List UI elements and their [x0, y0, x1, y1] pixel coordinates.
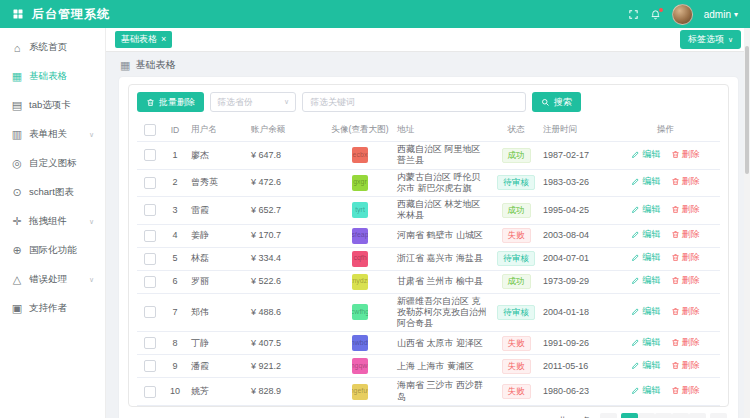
- delete-button[interactable]: 删除: [671, 252, 700, 263]
- pencil-icon: [631, 307, 640, 316]
- sidebar-item-donate[interactable]: ▣ 支持作者: [0, 294, 105, 323]
- avatar-thumbnail[interactable]: tyrt: [352, 202, 368, 218]
- app-window: 后台管理系统 admin ▾ ⌂ 系统首页 ▦ 基础表格 ▤ tab选项卡: [0, 0, 750, 418]
- sidebar-item-home[interactable]: ⌂ 系统首页: [0, 33, 105, 62]
- row-checkbox[interactable]: [144, 204, 156, 216]
- page-button-4[interactable]: 4: [672, 413, 689, 418]
- edit-button[interactable]: 编辑: [631, 306, 660, 317]
- avatar-thumbnail[interactable]: xnydzn: [352, 274, 368, 290]
- edit-button[interactable]: 编辑: [631, 149, 660, 160]
- edit-button[interactable]: 编辑: [631, 204, 660, 215]
- select-all-checkbox[interactable]: [144, 124, 156, 136]
- edit-button[interactable]: 编辑: [631, 229, 660, 240]
- row-checkbox[interactable]: [144, 149, 156, 161]
- cell-register-date: 1980-06-23: [539, 378, 611, 406]
- sidebar-item-custom-icon[interactable]: ◎ 自定义图标: [0, 149, 105, 178]
- province-select[interactable]: 筛选省份 ∨: [210, 92, 296, 112]
- cell-balance: ¥ 488.6: [247, 293, 327, 332]
- edit-button[interactable]: 编辑: [631, 385, 660, 396]
- fullscreen-icon[interactable]: [628, 9, 639, 20]
- keyword-input[interactable]: [302, 92, 526, 112]
- row-checkbox[interactable]: [144, 177, 156, 189]
- avatar-thumbnail[interactable]: fnwbdv: [352, 335, 368, 351]
- delete-button[interactable]: 删除: [671, 204, 700, 215]
- edit-button[interactable]: 编辑: [631, 176, 660, 187]
- avatar-thumbnail[interactable]: gxgr: [352, 175, 368, 191]
- cell-register-date: 2011-05-16: [539, 355, 611, 378]
- sidebar-item-error[interactable]: △ 错误处理 ∨: [0, 265, 105, 294]
- row-checkbox[interactable]: [144, 337, 156, 349]
- cell-actions: 编辑 删除: [611, 378, 720, 406]
- edit-button[interactable]: 编辑: [631, 252, 660, 263]
- tag-options-button[interactable]: 标签选项 ∨: [680, 30, 741, 49]
- row-checkbox[interactable]: [144, 230, 156, 242]
- tab-basic-table[interactable]: 基础表格 ×: [115, 31, 172, 48]
- sidebar-item-i18n[interactable]: ⊕ 国际化功能: [0, 236, 105, 265]
- table-icon: ▦: [120, 59, 130, 72]
- bell-icon[interactable]: [650, 9, 661, 20]
- user-avatar[interactable]: [672, 4, 693, 25]
- scrollbar-thumb[interactable]: [745, 46, 749, 174]
- globe-icon: ⊕: [11, 244, 23, 257]
- row-checkbox[interactable]: [144, 306, 156, 318]
- cell-actions: 编辑 删除: [611, 197, 720, 225]
- column-header: 状态: [493, 119, 539, 142]
- delete-button[interactable]: 删除: [671, 337, 700, 348]
- delete-button[interactable]: 删除: [671, 360, 700, 371]
- avatar-thumbnail[interactable]: mgefuw: [352, 384, 368, 400]
- close-icon[interactable]: ×: [161, 35, 166, 44]
- sidebar-item-schart[interactable]: ⊙ schart图表: [0, 178, 105, 207]
- delete-button[interactable]: 删除: [671, 275, 700, 286]
- trash-icon: [671, 230, 680, 239]
- scrollbar[interactable]: [744, 28, 750, 418]
- sidebar-item-tab[interactable]: ▤ tab选项卡: [0, 91, 105, 120]
- avatar-thumbnail[interactable]: ecbx: [352, 147, 368, 163]
- move-icon: ✛: [11, 215, 23, 228]
- search-icon: [541, 98, 550, 107]
- cell-id: 7: [163, 293, 187, 332]
- row-checkbox[interactable]: [144, 253, 156, 265]
- edit-button[interactable]: 编辑: [631, 337, 660, 348]
- delete-button[interactable]: 删除: [671, 176, 700, 187]
- row-checkbox[interactable]: [144, 276, 156, 288]
- avatar-thumbnail[interactable]: sfeap: [352, 228, 368, 244]
- sidebar-item-form[interactable]: ▥ 表单相关 ∨: [0, 120, 105, 149]
- page-button-2[interactable]: 2: [638, 413, 655, 418]
- status-badge: 失败: [502, 384, 531, 399]
- delete-button[interactable]: 删除: [671, 385, 700, 396]
- cell-id: 10: [163, 378, 187, 406]
- content: ▦ 基础表格 批量删除 筛选省份 ∨: [106, 52, 750, 418]
- row-checkbox[interactable]: [144, 360, 156, 372]
- page-button-1[interactable]: 1: [621, 413, 638, 418]
- table-row: 7 郑伟 ¥ 488.6 cwfhg 新疆维吾尔自治区 克孜勒苏柯尔克孜自治州 …: [137, 293, 720, 332]
- column-header: 头像(查看大图): [327, 119, 393, 142]
- avatar-thumbnail[interactable]: cqfh: [352, 251, 368, 267]
- delete-button[interactable]: 删除: [671, 229, 700, 240]
- pencil-icon: [631, 361, 640, 370]
- table-row: 5 林磊 ¥ 334.4 cqfh 浙江省 嘉兴市 海盐县 待审核 2004-0…: [137, 247, 720, 270]
- page-button-5[interactable]: 5: [689, 413, 706, 418]
- form-icon: ▥: [11, 128, 23, 141]
- delete-button[interactable]: 删除: [671, 149, 700, 160]
- batch-delete-button[interactable]: 批量删除: [137, 92, 204, 112]
- avatar-thumbnail[interactable]: mgqwd: [352, 358, 368, 374]
- page-button-3[interactable]: 3: [655, 413, 672, 418]
- delete-button[interactable]: 删除: [671, 306, 700, 317]
- document-icon: ▤: [11, 99, 23, 112]
- trash-icon: [671, 205, 680, 214]
- next-page-button[interactable]: ›: [710, 413, 727, 418]
- trash-icon: [671, 276, 680, 285]
- user-menu[interactable]: admin ▾: [704, 9, 738, 20]
- row-checkbox[interactable]: [144, 386, 156, 398]
- cell-balance: ¥ 921.2: [247, 355, 327, 378]
- edit-button[interactable]: 编辑: [631, 360, 660, 371]
- edit-button[interactable]: 编辑: [631, 275, 660, 286]
- status-badge: 成功: [502, 274, 531, 289]
- cell-id: 4: [163, 224, 187, 247]
- sidebar-item-drag[interactable]: ✛ 拖拽组件 ∨: [0, 207, 105, 236]
- avatar-thumbnail[interactable]: cwfhg: [352, 304, 368, 320]
- sidebar-item-basic-table[interactable]: ▦ 基础表格: [0, 62, 105, 91]
- search-button[interactable]: 搜索: [532, 92, 581, 112]
- page-title: ▦ 基础表格: [120, 57, 738, 73]
- prev-page-button[interactable]: ‹: [600, 413, 617, 418]
